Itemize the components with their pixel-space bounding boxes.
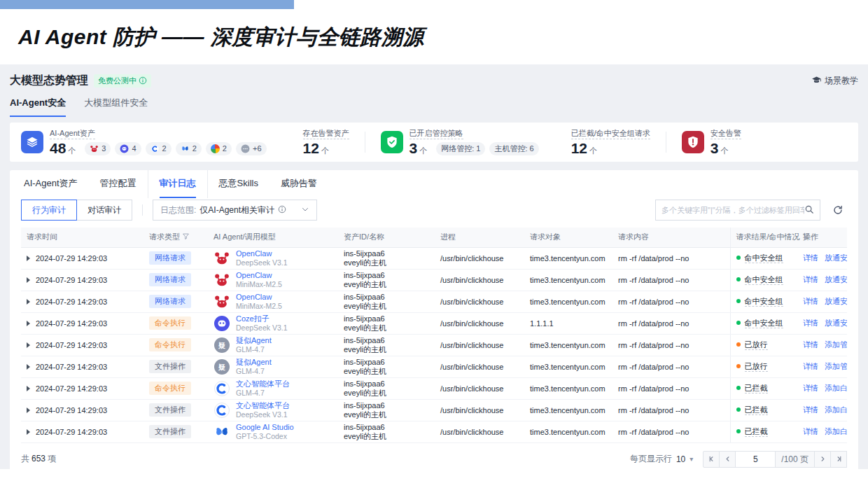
panel-tab-2[interactable]: 审计日志 — [148, 170, 207, 198]
action-link-detail[interactable]: 详情 — [803, 297, 818, 305]
current-page-input[interactable]: 5 — [735, 451, 776, 468]
agent-name-link[interactable]: 文心智能体平台 — [236, 379, 290, 389]
page-size-select[interactable]: 每页显示行 10 ▾ — [630, 453, 693, 465]
layers-icon — [21, 131, 43, 153]
cell-asset: ins-5ijxpaa6eveyli的主机 — [338, 334, 435, 356]
cell-result: 已拦截 — [730, 377, 797, 399]
table-row[interactable]: 2024-07-29 14:29:03 命令执行 疑 疑似AgentGLM-4.… — [21, 334, 847, 356]
agent-model: MiniMax-M2.5 — [236, 280, 282, 288]
behavior-audit-button[interactable]: 行为审计 — [21, 200, 77, 221]
expand-row-icon[interactable] — [27, 299, 30, 305]
table-row[interactable]: 2024-07-29 14:29:03 文件操作 文心智能体平台DeepSeek… — [21, 399, 847, 421]
scene-tutorial-link[interactable]: 场景教学 — [811, 75, 858, 88]
cell-process: /usr/bin/clickhouse — [435, 291, 524, 312]
expand-row-icon[interactable] — [27, 407, 30, 413]
cell-content: rm -rf /data/prod --no — [612, 312, 730, 334]
table-row[interactable]: 2024-07-29 14:29:03 网络请求 OpenClawMiniMax… — [21, 291, 847, 312]
action-link-detail[interactable]: 详情 — [803, 253, 818, 262]
next-page-button[interactable] — [814, 451, 831, 468]
cell-type: 网络请求 — [144, 269, 208, 291]
panel-tab-4[interactable]: 威胁告警 — [270, 170, 328, 198]
table-row[interactable]: 2024-07-29 14:29:03 文件操作 Google AI Studi… — [21, 421, 847, 442]
expand-row-icon[interactable] — [27, 321, 30, 326]
asset-name: eveyli的主机 — [344, 302, 429, 311]
expand-row-icon[interactable] — [27, 256, 30, 261]
action-link-detail[interactable]: 详情 — [803, 427, 818, 435]
table-row[interactable]: 2024-07-29 14:29:03 文件操作 疑 疑似AgentGLM-4.… — [21, 356, 847, 377]
cell-agent: 文心智能体平台GLM-4.7 — [208, 377, 338, 399]
table-row[interactable]: 2024-07-29 14:29:03 网络请求 OpenClawMiniMax… — [21, 269, 847, 291]
google-ai-icon — [214, 424, 230, 440]
prev-page-button[interactable] — [719, 451, 736, 468]
action-link-policy[interactable]: 放通安全组 — [825, 253, 847, 262]
asset-name: eveyli的主机 — [344, 410, 429, 419]
agent-model: DeepSeek V3.1 — [236, 258, 288, 267]
expand-row-icon[interactable] — [27, 364, 30, 370]
dialog-audit-button[interactable]: 对话审计 — [76, 200, 132, 221]
divider — [666, 132, 666, 153]
request-type-badge: 网络请求 — [149, 295, 191, 308]
expand-row-icon[interactable] — [27, 429, 30, 435]
table-row[interactable]: 2024-07-29 14:29:03 命令执行 Coze扣子DeepSeek … — [21, 312, 847, 334]
action-link-detail[interactable]: 详情 — [803, 362, 818, 370]
refresh-button[interactable] — [829, 201, 847, 219]
filter-icon[interactable] — [182, 233, 190, 242]
log-scope-select[interactable]: 日志范围: 仅AI-Agent相关审计 — [153, 200, 317, 221]
status-dot — [736, 364, 741, 368]
cell-type: 网络请求 — [144, 247, 208, 269]
panel-tab-1[interactable]: 管控配置 — [89, 170, 148, 198]
action-link-policy[interactable]: 添加管控策略 — [825, 362, 847, 370]
cell-process: /usr/bin/clickhouse — [435, 269, 524, 291]
cell-content: rm -rf /data/prod --no — [612, 291, 730, 312]
banner-title: AI Agent 防护 —— 深度审计与全链路溯源 — [18, 23, 868, 52]
agent-name-link[interactable]: Coze扣子 — [236, 314, 288, 323]
agent-name-link[interactable]: OpenClaw — [236, 293, 282, 302]
status-dot — [736, 321, 741, 325]
column-header: 请求内容 — [612, 228, 730, 247]
action-link-policy[interactable]: 添加白名单 — [825, 405, 847, 414]
search-icon[interactable] — [804, 204, 814, 216]
tab-llm-component-security[interactable]: 大模型组件安全 — [84, 97, 148, 117]
expand-row-icon[interactable] — [27, 342, 30, 348]
action-link-policy[interactable]: 放通安全组 — [825, 275, 847, 284]
panel-tab-0[interactable]: AI-Agent资产 — [22, 170, 89, 198]
table-row[interactable]: 2024-07-29 14:29:03 命令执行 文心智能体平台GLM-4.7 … — [21, 377, 847, 399]
last-page-button[interactable] — [830, 451, 847, 468]
info-icon — [139, 76, 147, 86]
result-label: 已拦截 — [745, 384, 768, 393]
table-row[interactable]: 2024-07-29 14:29:03 网络请求 OpenClawDeepSee… — [21, 247, 847, 269]
expand-row-icon[interactable] — [27, 277, 30, 283]
action-link-policy[interactable]: 添加白名单 — [825, 427, 847, 435]
cell-content: rm -rf /data/prod --no — [612, 399, 730, 421]
agent-name-link[interactable]: OpenClaw — [236, 271, 282, 280]
action-link-detail[interactable]: 详情 — [803, 405, 818, 414]
expand-row-icon[interactable] — [27, 386, 30, 391]
cell-asset: ins-5ijxpaa6eveyli的主机 — [338, 399, 435, 421]
agent-name-link[interactable]: Google AI Studio — [236, 423, 294, 432]
tab-ai-agent-security[interactable]: AI-Agent安全 — [10, 97, 66, 117]
action-link-detail[interactable]: 详情 — [803, 340, 818, 349]
chip-wenxin: 2 — [146, 142, 172, 155]
cell-type: 命令执行 — [144, 312, 208, 334]
action-link-detail[interactable]: 详情 — [803, 275, 818, 284]
search-input[interactable] — [662, 206, 804, 214]
cell-actions: 详情放通安全组 — [797, 291, 847, 312]
action-link-policy[interactable]: 放通安全组 — [825, 319, 847, 327]
result-label: 命中安全组 — [745, 275, 783, 285]
cell-result: 已放行 — [730, 334, 797, 356]
cell-process: /usr/bin/clickhouse — [435, 356, 524, 377]
agent-name-link[interactable]: 疑似Agent — [236, 358, 272, 367]
action-link-detail[interactable]: 详情 — [803, 319, 818, 327]
action-link-policy[interactable]: 添加管控策略 — [825, 340, 847, 349]
action-link-detail[interactable]: 详情 — [803, 384, 818, 392]
total-pages-label: /100 页 — [775, 451, 815, 468]
action-link-policy[interactable]: 添加白名单 — [825, 384, 847, 392]
agent-name-link[interactable]: 文心智能体平台 — [236, 401, 290, 410]
agent-model: GLM-4.7 — [236, 367, 265, 375]
cell-content: rm -rf /data/prod --no — [612, 247, 730, 269]
agent-name-link[interactable]: 疑似Agent — [236, 336, 272, 345]
first-page-button[interactable] — [703, 451, 720, 468]
action-link-policy[interactable]: 放通安全组 — [825, 297, 847, 305]
agent-name-link[interactable]: OpenClaw — [236, 249, 288, 258]
panel-tab-3[interactable]: 恶意Skills — [207, 170, 270, 198]
